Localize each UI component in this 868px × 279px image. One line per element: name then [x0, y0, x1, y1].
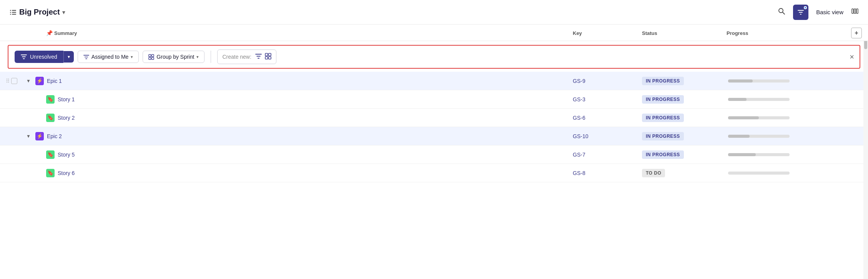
assigned-chevron-icon: ▾: [131, 54, 133, 59]
add-column-button[interactable]: +: [851, 28, 862, 38]
row-progress-story5: [722, 153, 845, 156]
unresolved-dropdown-button[interactable]: ▾: [63, 51, 74, 63]
item-name-story2[interactable]: Story 2: [58, 115, 75, 121]
project-title: Big Project ▾: [9, 8, 65, 17]
svg-rect-12: [152, 54, 154, 56]
progress-bar-fill: [728, 116, 759, 119]
svg-rect-2: [10, 12, 11, 13]
col-key: Key: [568, 28, 637, 38]
close-filter-button[interactable]: ×: [850, 53, 854, 61]
progress-bar-fill: [728, 79, 753, 83]
item-name-epic1[interactable]: Epic 1: [47, 78, 62, 84]
item-name-epic2[interactable]: Epic 2: [47, 133, 62, 139]
story-badge: 🔖: [46, 150, 55, 159]
search-button[interactable]: [778, 7, 785, 17]
grid-icon-sprint: [148, 54, 154, 60]
progress-bar-bg: [728, 98, 790, 101]
table-rows: ⠿ ▼ ⚡ Epic 1 GS-9 IN PROGRESS: [0, 72, 868, 182]
row-key-story6[interactable]: GS-8: [568, 170, 637, 176]
svg-rect-14: [152, 57, 154, 59]
row-key-epic2[interactable]: GS-10: [568, 133, 637, 139]
header: Big Project ▾ Basic view: [0, 0, 868, 25]
progress-bar-bg: [728, 153, 790, 156]
story-badge: 🔖: [46, 169, 55, 177]
unresolved-filter[interactable]: Unresolved ▾: [15, 51, 74, 63]
expand-button-epic1[interactable]: ▼: [25, 78, 32, 84]
table-row: 🔖 Story 6 GS-8 TO DO: [0, 164, 868, 182]
filter-active-dot: [804, 6, 807, 9]
drag-handle[interactable]: ⠿: [6, 78, 10, 84]
columns-icon[interactable]: [851, 7, 859, 17]
status-badge: IN PROGRESS: [642, 132, 684, 140]
filter-bar-inner: Unresolved ▾ Assigned to Me ▾: [15, 50, 853, 64]
epic-badge: ⚡: [35, 132, 44, 140]
row-drag-checkbox: ⠿: [0, 78, 23, 84]
svg-rect-13: [149, 57, 151, 59]
create-new-icons: [255, 53, 271, 61]
svg-rect-18: [268, 56, 271, 59]
filter-bar: Unresolved ▾ Assigned to Me ▾: [8, 45, 860, 69]
svg-rect-15: [265, 53, 268, 56]
progress-bar-fill: [728, 135, 750, 138]
svg-line-7: [783, 12, 785, 14]
scrollbar[interactable]: [863, 25, 868, 279]
filter-active-button[interactable]: [793, 5, 808, 20]
row-key-epic1[interactable]: GS-9: [568, 78, 637, 84]
row-progress-story2: [722, 116, 845, 119]
svg-rect-5: [12, 14, 16, 15]
col-progress: Progress: [722, 28, 845, 38]
assigned-filter-pill[interactable]: Assigned to Me ▾: [78, 51, 139, 63]
progress-bar-bg: [728, 172, 790, 175]
row-summary-story1: 🔖 Story 1: [23, 95, 568, 104]
expand-button-epic2[interactable]: ▼: [25, 133, 32, 140]
row-key-story5[interactable]: GS-7: [568, 152, 637, 158]
svg-rect-17: [265, 56, 268, 59]
progress-bar-bg: [728, 116, 790, 119]
row-summary-story5: 🔖 Story 5: [23, 150, 568, 159]
header-right: Basic view: [778, 5, 859, 20]
svg-point-6: [779, 8, 783, 13]
table-row: ⠿ ▼ ⚡ Epic 1 GS-9 IN PROGRESS: [0, 72, 868, 90]
row-progress-epic2: [722, 135, 845, 138]
row-status-story5: IN PROGRESS: [637, 150, 722, 159]
status-badge: IN PROGRESS: [642, 150, 684, 159]
create-grid-icon[interactable]: [265, 53, 271, 61]
row-progress-story6: [722, 172, 845, 175]
create-new-section: Create new:: [217, 50, 276, 64]
row-progress-story1: [722, 98, 845, 101]
col-checkbox: [0, 28, 23, 38]
svg-rect-8: [852, 9, 853, 13]
story-badge: 🔖: [46, 95, 55, 104]
svg-rect-0: [10, 10, 11, 11]
status-badge: IN PROGRESS: [642, 77, 684, 85]
svg-rect-3: [12, 12, 16, 13]
row-checkbox[interactable]: [11, 78, 17, 84]
project-name: Big Project: [19, 8, 60, 17]
item-name-story6[interactable]: Story 6: [58, 170, 75, 176]
item-name-story5[interactable]: Story 5: [58, 152, 75, 158]
row-summary-story6: 🔖 Story 6: [23, 169, 568, 177]
col-status: Status: [637, 28, 722, 38]
app-container: Big Project ▾ Basic view: [0, 0, 868, 279]
item-name-story1[interactable]: Story 1: [58, 96, 75, 102]
row-key-story1[interactable]: GS-3: [568, 96, 637, 102]
row-status-epic2: IN PROGRESS: [637, 132, 722, 140]
row-key-story2[interactable]: GS-6: [568, 115, 637, 121]
create-filter-icon[interactable]: [255, 53, 262, 61]
header-left: Big Project ▾: [9, 8, 65, 17]
funnel-icon: [21, 54, 27, 60]
status-badge: IN PROGRESS: [642, 114, 684, 122]
list-icon: [9, 8, 17, 16]
svg-rect-11: [149, 54, 151, 56]
group-sprint-pill[interactable]: Group by Sprint ▾: [143, 51, 205, 63]
row-summary-epic2: ▼ ⚡ Epic 2: [23, 132, 568, 140]
table-row: ▼ ⚡ Epic 2 GS-10 IN PROGRESS: [0, 127, 868, 145]
chevron-down-icon: ▾: [62, 9, 65, 15]
table-row: 🔖 Story 5 GS-7 IN PROGRESS: [0, 145, 868, 164]
unresolved-label: Unresolved: [30, 54, 57, 60]
col-add[interactable]: +: [845, 28, 868, 38]
divider: [211, 51, 211, 63]
row-status-story1: IN PROGRESS: [637, 95, 722, 104]
unresolved-main-button[interactable]: Unresolved: [15, 51, 63, 63]
epic-badge: ⚡: [35, 77, 44, 85]
